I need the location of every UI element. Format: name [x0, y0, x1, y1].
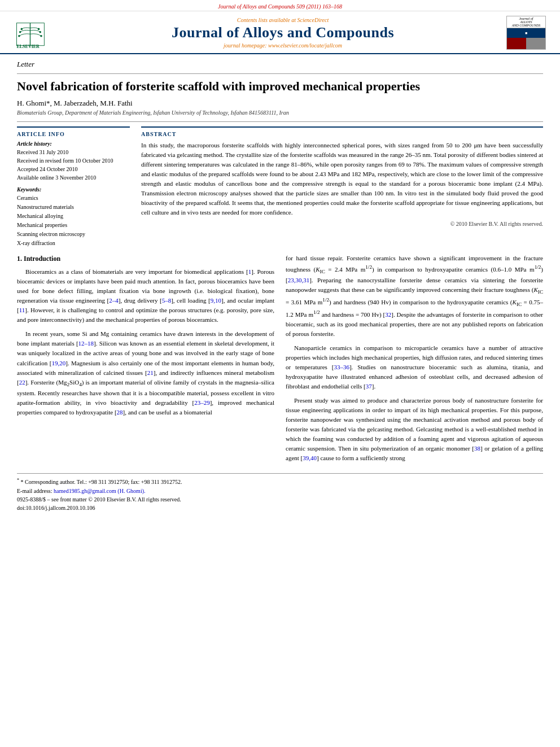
ref-9-10[interactable]: 9,10 [211, 297, 221, 304]
journal-citation-text: Journal of Alloys and Compounds 509 (201… [218, 3, 342, 10]
ref-38[interactable]: 38 [474, 445, 480, 452]
journal-title: Journal of Alloys and Compounds [68, 24, 498, 41]
article-type-label: Letter [17, 60, 543, 69]
keyword-1: Ceramics [17, 194, 130, 203]
keyword-6: X-ray diffraction [17, 239, 130, 248]
ref-21[interactable]: 21 [147, 369, 154, 376]
homepage-url[interactable]: www.elsevier.com/locate/jallcom [268, 42, 342, 49]
ref-28[interactable]: 28 [117, 409, 123, 416]
keyword-3: Mechanical alloying [17, 212, 130, 221]
keyword-5: Scanning electron microscopy [17, 230, 130, 239]
accepted-date: Accepted 24 October 2010 [17, 165, 130, 173]
small-logo-red [507, 38, 526, 49]
elsevier-logo-icon: ELSEVIER [14, 18, 59, 49]
affiliation-line: Biomaterials Group, Department of Materi… [17, 110, 543, 116]
small-logo-mid: ■ [507, 28, 545, 38]
ref-1[interactable]: 1 [248, 268, 252, 275]
main-content: Letter Novel fabrication of forsterite s… [0, 54, 560, 747]
ref-23-30-31[interactable]: 23,30,31 [288, 277, 310, 283]
received-date: Received 31 July 2010 [17, 148, 130, 156]
ref-5-8[interactable]: 5–8 [162, 297, 172, 304]
body-right-column: for hard tissue repair. Forsterite ceram… [286, 254, 543, 468]
doi-line: doi:10.1016/j.jallcom.2010.10.106 [17, 504, 543, 512]
info-abstract-section: ARTICLE INFO Article history: Received 3… [17, 126, 543, 248]
abstract-body: In this study, the macroporous forsterit… [141, 141, 543, 217]
content-availability: Contents lists available at ScienceDirec… [68, 17, 498, 23]
ref-11[interactable]: 11 [19, 307, 25, 313]
info-divider [17, 121, 543, 122]
ref-37[interactable]: 37 [366, 383, 372, 390]
journal-small-logo-area: Journal ofALLOYSAND COMPOUNDS ■ [504, 16, 549, 50]
article-history-content: Received 31 July 2010 Received in revise… [17, 148, 130, 182]
abstract-column: ABSTRACT In this study, the macroporous … [141, 126, 543, 248]
ref-23-29[interactable]: 23–29 [194, 399, 210, 406]
title-divider [17, 73, 543, 74]
ref-22[interactable]: 22 [19, 379, 25, 386]
science-direct-link[interactable]: ScienceDirect [297, 17, 329, 23]
keywords-list: Ceramics Nanostructured materials Mechan… [17, 194, 130, 248]
authors-text: H. Ghomi*, M. Jaberzadeh, M.H. Fathi [17, 99, 133, 107]
small-logo-grey [526, 38, 545, 49]
keyword-2: Nanostructured materials [17, 203, 130, 212]
email-line: E-mail address: hamed1985.gh@gmail.com (… [17, 487, 543, 495]
right-para-2: Nanoparticle ceramics in comparison to m… [286, 343, 543, 391]
email-address[interactable]: hamed1985.gh@gmail.com (H. Ghomi). [54, 488, 146, 494]
issn-line: 0925-8388/$ – see front matter © 2010 El… [17, 495, 543, 504]
intro-para-2: In recent years, some Si and Mg containi… [17, 329, 274, 417]
article-history-label: Article history: [17, 141, 130, 147]
ref-33-36[interactable]: 33–36 [334, 364, 349, 370]
journal-homepage-line: journal homepage: www.elsevier.com/locat… [68, 42, 498, 49]
keywords-label: Keywords: [17, 186, 130, 193]
small-logo-bot [507, 38, 545, 49]
svg-point-4 [18, 35, 20, 37]
article-info-column: ARTICLE INFO Article history: Received 3… [17, 126, 130, 248]
ref-32[interactable]: 32 [385, 311, 391, 318]
ref-19-20[interactable]: 19,20 [51, 360, 65, 366]
small-logo-top: Journal ofALLOYSAND COMPOUNDS [507, 16, 545, 28]
article-info-heading: ARTICLE INFO [17, 131, 130, 137]
journal-citation-bar: Journal of Alloys and Compounds 509 (201… [0, 0, 560, 11]
body-content: 1. Introduction Bioceramics as a class o… [17, 254, 543, 468]
elsevier-logo-area: ELSEVIER [11, 18, 62, 49]
keyword-4: Mechanical properties [17, 221, 130, 230]
corresponding-author-note: * * Corresponding author. Tel.: +98 311 … [17, 477, 543, 486]
abstract-heading: ABSTRACT [141, 131, 543, 137]
right-para-3: Present study was aimed to produce and c… [286, 396, 543, 463]
svg-point-5 [38, 28, 40, 30]
journal-header-center: Contents lists available at ScienceDirec… [68, 17, 498, 49]
authors-line: H. Ghomi*, M. Jaberzadeh, M.H. Fathi [17, 99, 543, 108]
svg-point-3 [19, 30, 21, 33]
svg-point-2 [21, 28, 23, 30]
ref-12-18[interactable]: 12–18 [78, 340, 94, 347]
svg-point-6 [39, 30, 41, 33]
svg-point-7 [40, 35, 42, 37]
footer-section: * * Corresponding author. Tel.: +98 311 … [17, 473, 543, 512]
article-title: Novel fabrication of forsterite scaffold… [17, 78, 543, 94]
copyright-notice: © 2010 Elsevier B.V. All rights reserved… [141, 221, 543, 227]
right-para-1: for hard tissue repair. Forsterite ceram… [286, 254, 543, 339]
received-revised-date: Received in revised form 10 October 2010 [17, 156, 130, 165]
journal-small-logo: Journal ofALLOYSAND COMPOUNDS ■ [506, 16, 546, 50]
ref-39-40[interactable]: 39,40 [303, 455, 317, 461]
ref-2-4[interactable]: 2–4 [109, 297, 119, 304]
body-left-column: 1. Introduction Bioceramics as a class o… [17, 254, 274, 468]
intro-heading: 1. Introduction [17, 254, 274, 264]
journal-header: ELSEVIER Contents lists available at Sci… [0, 11, 560, 54]
svg-text:ELSEVIER: ELSEVIER [16, 44, 40, 49]
intro-para-1: Bioceramics as a class of biomaterials a… [17, 267, 274, 325]
available-online-date: Available online 3 November 2010 [17, 173, 130, 182]
star-sup: * [17, 478, 19, 483]
